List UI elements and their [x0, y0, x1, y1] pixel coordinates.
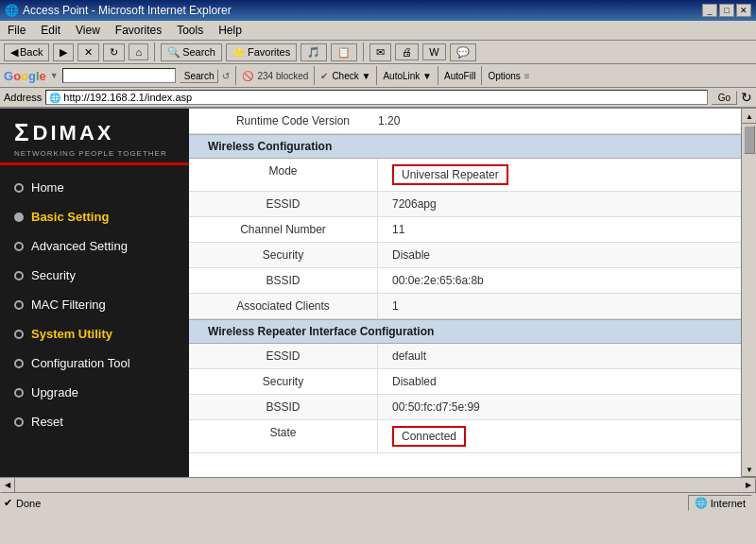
check-label[interactable]: Check ▼ — [332, 71, 370, 81]
address-input[interactable] — [63, 92, 703, 103]
separator-7 — [481, 66, 482, 85]
check-icon: ✔ — [320, 71, 328, 81]
menu-edit[interactable]: Edit — [37, 23, 64, 38]
status-zone-label: Internet — [711, 498, 746, 509]
history-button[interactable]: 📋 — [331, 43, 357, 61]
sidebar-item-advanced-setting[interactable]: Advanced Setting — [0, 231, 189, 261]
menu-file[interactable]: File — [4, 23, 29, 38]
mode-value-highlighted: Universal Repeater — [392, 164, 508, 185]
hscroll-left-button[interactable]: ◀ — [0, 478, 15, 493]
nav-radio-basic — [14, 212, 24, 222]
google-toolbar: Google ▼ Search ↺ 🚫 234 blocked ✔ Check … — [0, 64, 756, 88]
forward-button[interactable]: ▶ — [53, 43, 74, 61]
sigma-icon: Σ — [14, 118, 31, 147]
assoc-clients-row: Associated Clients 1 — [189, 294, 741, 319]
window-controls[interactable]: _ □ ✕ — [702, 4, 751, 17]
options-label[interactable]: Options — [488, 71, 520, 81]
horizontal-scrollbar[interactable]: ◀ ▶ — [0, 477, 756, 492]
security-row: Security Disable — [189, 243, 741, 268]
nav-radio-mac — [14, 300, 24, 310]
search-button[interactable]: 🔍 Search — [161, 43, 222, 61]
messenger-button[interactable]: 💬 — [450, 43, 476, 61]
main-layout: Σ DIMAX NETWORKING PEOPLE TOGETHER Home … — [0, 109, 756, 477]
back-button[interactable]: ◀ Back — [4, 43, 49, 61]
separator-1 — [154, 42, 155, 61]
scroll-track — [742, 124, 756, 462]
sidebar-item-home[interactable]: Home — [0, 173, 189, 202]
sidebar-item-reset[interactable]: Reset — [0, 407, 189, 436]
menu-tools[interactable]: Tools — [173, 23, 207, 38]
sidebar-item-basic-setting[interactable]: Basic Setting — [0, 202, 189, 231]
separator-5 — [376, 66, 377, 85]
media-button[interactable]: 🎵 — [301, 43, 327, 61]
content-area: Runtime Code Version 1.20 Wireless Confi… — [189, 109, 741, 477]
essid-value: 7206apg — [378, 192, 741, 216]
refresh-button[interactable]: ↻ — [103, 43, 125, 61]
runtime-value: 1.20 — [378, 114, 400, 128]
mode-value: Universal Repeater — [378, 159, 741, 191]
logo-brand: DIMAX — [33, 121, 114, 145]
autolink-label[interactable]: AutoLink ▼ — [383, 71, 432, 81]
sidebar-item-system-utility[interactable]: System Utility — [0, 319, 189, 348]
maximize-button[interactable]: □ — [719, 4, 734, 17]
runtime-label: Runtime Code Version — [208, 114, 378, 128]
rep-essid-row: ESSID default — [189, 344, 741, 369]
internet-icon: 🌐 — [695, 497, 708, 509]
google-search-input[interactable] — [62, 68, 176, 83]
vertical-scrollbar[interactable]: ▲ ▼ — [741, 109, 756, 477]
hscroll-right-button[interactable]: ▶ — [741, 478, 756, 493]
sidebar-item-config-tool[interactable]: Configuration Tool — [0, 348, 189, 378]
scroll-up-button[interactable]: ▲ — [742, 109, 756, 124]
refresh-small-button[interactable]: ↻ — [741, 90, 752, 105]
channel-row: Channel Number 11 — [189, 217, 741, 243]
separator-4 — [314, 66, 315, 85]
autofill-label[interactable]: AutoFill — [444, 71, 475, 81]
favorites-button[interactable]: ⭐ Favorites — [226, 43, 297, 61]
state-value: Connected — [378, 420, 741, 452]
bssid-label: BSSID — [189, 268, 378, 293]
print-button[interactable]: 🖨 — [395, 43, 419, 60]
page-icon: 🌐 — [49, 93, 60, 103]
window-title: Access Point - Microsoft Internet Explor… — [23, 4, 232, 17]
blocked-label: 234 blocked — [257, 71, 308, 81]
go-button[interactable]: Go — [712, 91, 737, 105]
mail-button[interactable]: ✉ — [369, 43, 391, 61]
scroll-thumb[interactable] — [744, 126, 755, 154]
status-done: Done — [16, 498, 41, 509]
close-button[interactable]: ✕ — [736, 4, 751, 17]
wireless-config-header: Wireless Configuration — [189, 134, 741, 159]
nav-radio-sysutil — [14, 330, 24, 339]
sidebar-item-security[interactable]: Security — [0, 261, 189, 290]
state-label: State — [189, 420, 378, 452]
menu-favorites[interactable]: Favorites — [112, 23, 165, 38]
window-titlebar: 🌐 Access Point - Microsoft Internet Expl… — [0, 0, 756, 21]
rep-bssid-value: 00:50:fc:d7:5e:99 — [378, 395, 741, 419]
google-search-button[interactable]: Search — [180, 69, 219, 83]
menu-help[interactable]: Help — [215, 23, 246, 38]
nav-radio-advanced — [14, 242, 24, 251]
sidebar-item-label-advanced: Advanced Setting — [31, 239, 128, 253]
word-button[interactable]: W — [422, 43, 445, 60]
sidebar-item-label-home: Home — [31, 180, 64, 195]
state-row: State Connected — [189, 420, 741, 453]
nav-radio-security — [14, 271, 24, 280]
bssid-row: BSSID 00:0e:2e:65:6a:8b — [189, 268, 741, 294]
minimize-button[interactable]: _ — [702, 4, 717, 17]
home-button[interactable]: ⌂ — [129, 43, 148, 60]
status-bar: ✔ Done 🌐 Internet — [0, 492, 756, 513]
security-label: Security — [189, 243, 378, 267]
sidebar-item-mac-filtering[interactable]: MAC Filtering — [0, 290, 189, 319]
menu-view[interactable]: View — [72, 23, 104, 38]
address-label: Address — [4, 92, 42, 103]
rep-essid-value: default — [378, 344, 741, 368]
sidebar-item-upgrade[interactable]: Upgrade — [0, 378, 189, 407]
scroll-down-button[interactable]: ▼ — [742, 462, 756, 477]
rep-security-label: Security — [189, 369, 378, 394]
toolbar-grip-icon: ≡ — [524, 71, 530, 81]
stop-button[interactable]: ✕ — [77, 43, 99, 61]
essid-row: ESSID 7206apg — [189, 192, 741, 217]
rep-security-row: Security Disabled — [189, 369, 741, 395]
sidebar: Σ DIMAX NETWORKING PEOPLE TOGETHER Home … — [0, 109, 189, 477]
sidebar-item-label-upgrade: Upgrade — [31, 385, 78, 400]
status-zone: 🌐 Internet — [688, 495, 752, 511]
